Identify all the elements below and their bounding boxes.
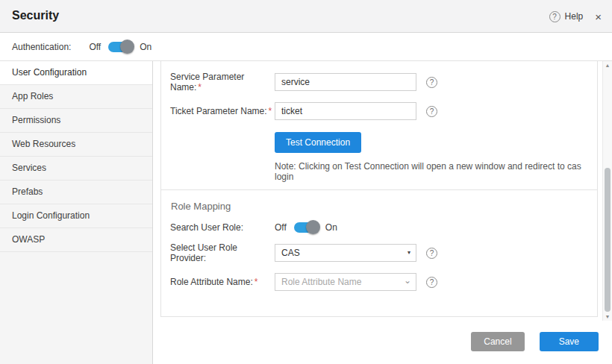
ticket-parameter-input[interactable] <box>275 102 416 120</box>
role-attribute-row: Role Attribute Name:* ⌄ ? <box>161 273 597 291</box>
save-button[interactable]: Save <box>540 332 599 351</box>
help-icon[interactable]: ? <box>549 11 561 22</box>
sidebar-item-web-resources[interactable]: Web Resources <box>0 133 152 157</box>
authentication-on-label: On <box>140 42 152 52</box>
test-connection-button[interactable]: Test Connection <box>275 132 361 153</box>
user-role-provider-label: Select User Role Provider: <box>170 242 275 263</box>
service-parameter-help-icon[interactable]: ? <box>426 77 437 88</box>
user-role-provider-row: Select User Role Provider: CAS ▾ ? <box>161 242 597 263</box>
service-parameter-row: Service Parameter Name:* ? <box>161 72 597 92</box>
role-attribute-label: Role Attribute Name:* <box>170 277 275 287</box>
required-marker: * <box>198 82 202 92</box>
footer-actions: Cancel Save <box>471 332 599 351</box>
service-parameter-input[interactable] <box>275 73 416 91</box>
search-user-role-label: Search User Role: <box>170 222 275 233</box>
page-title: Security <box>12 9 59 22</box>
test-connection-note: Note: Clicking on Test Connection will o… <box>275 161 585 182</box>
sidebar-item-services[interactable]: Services <box>0 157 152 181</box>
ticket-parameter-help-icon[interactable]: ? <box>426 106 437 117</box>
role-mapping-title: Role Mapping <box>161 190 597 222</box>
authentication-toggle[interactable] <box>108 42 132 52</box>
scrollbar-thumb[interactable] <box>605 168 611 312</box>
ticket-parameter-row: Ticket Parameter Name:* ? <box>161 102 597 120</box>
sidebar-item-login-configuration[interactable]: Login Configuration <box>0 204 152 228</box>
user-role-provider-value: CAS <box>281 248 300 258</box>
header: Security ? Help × <box>0 0 612 33</box>
role-attribute-help-icon[interactable]: ? <box>426 277 437 288</box>
authentication-bar: Authentication: Off On <box>0 33 612 61</box>
toggle-knob-icon <box>306 220 320 234</box>
sidebar-item-permissions[interactable]: Permissions <box>0 109 152 133</box>
user-role-provider-select[interactable]: CAS ▾ <box>275 244 416 262</box>
search-user-role-off-label: Off <box>275 222 287 233</box>
sidebar-item-user-configuration[interactable]: User Configuration <box>0 61 152 85</box>
sidebar-item-prefabs[interactable]: Prefabs <box>0 181 152 204</box>
ticket-parameter-label: Ticket Parameter Name:* <box>170 106 275 116</box>
test-connection-row: Test Connection <box>275 132 597 153</box>
toggle-knob-icon <box>120 40 134 54</box>
scroll-down-icon[interactable]: ▼ <box>603 314 612 319</box>
cas-config-panel: Service Parameter Name:* ? Ticket Parame… <box>160 61 598 193</box>
vertical-scrollbar[interactable]: ▲ ▼ <box>602 61 612 321</box>
role-mapping-panel: Role Mapping Search User Role: Off On Se… <box>160 189 598 317</box>
authentication-label: Authentication: <box>12 42 71 52</box>
required-marker: * <box>255 277 258 287</box>
sidebar-item-owasp[interactable]: OWASP <box>0 228 152 252</box>
role-attribute-input[interactable] <box>275 273 416 291</box>
search-user-role-toggle[interactable] <box>294 222 318 233</box>
authentication-off-label: Off <box>89 42 101 52</box>
search-user-role-on-label: On <box>325 222 337 233</box>
search-user-role-row: Search User Role: Off On <box>161 222 597 233</box>
cancel-button[interactable]: Cancel <box>471 332 524 351</box>
role-attribute-combobox[interactable]: ⌄ <box>275 273 416 291</box>
main-content: Service Parameter Name:* ? Ticket Parame… <box>153 61 612 364</box>
header-actions: ? Help × <box>549 0 602 33</box>
sidebar: User Configuration App Roles Permissions… <box>0 61 153 364</box>
select-arrow-icon: ▾ <box>408 245 410 261</box>
help-link[interactable]: Help <box>565 11 584 22</box>
user-role-provider-help-icon[interactable]: ? <box>426 248 437 259</box>
sidebar-item-app-roles[interactable]: App Roles <box>0 85 152 109</box>
scroll-up-icon[interactable]: ▲ <box>603 63 612 68</box>
service-parameter-label: Service Parameter Name:* <box>170 72 275 92</box>
required-marker: * <box>269 106 272 116</box>
close-icon[interactable]: × <box>595 10 602 23</box>
